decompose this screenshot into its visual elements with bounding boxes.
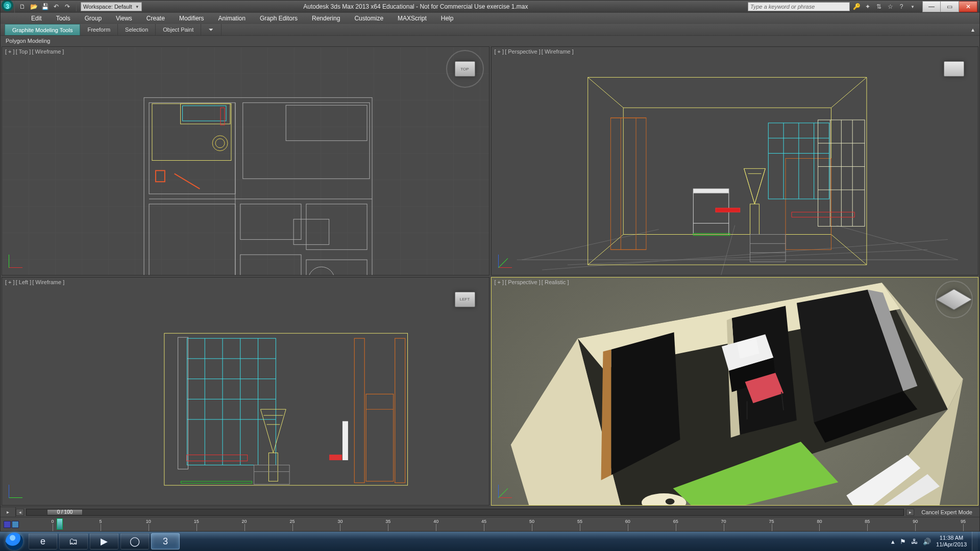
- vp-shading-label[interactable]: [ Realistic ]: [542, 279, 569, 285]
- ribbon-tab-freeform[interactable]: Freeform: [80, 24, 118, 35]
- menu-rendering[interactable]: Rendering: [305, 13, 347, 24]
- vp-view-label[interactable]: [ Perspective ]: [505, 48, 541, 55]
- svg-rect-0: [144, 97, 372, 275]
- workspace-dropdown[interactable]: Workspace: Default ▼: [81, 2, 142, 11]
- time-slider-track[interactable]: 0 / 100: [26, 509, 904, 516]
- key-filter-icon[interactable]: [12, 521, 19, 528]
- svg-rect-13: [293, 219, 329, 245]
- vp-view-label[interactable]: [ Left ]: [16, 279, 32, 285]
- vp-menu-toggle[interactable]: [ + ]: [495, 279, 504, 285]
- show-desktop-button[interactable]: [972, 532, 978, 551]
- tray-volume-icon[interactable]: 🔊: [923, 538, 931, 545]
- save-file-icon[interactable]: 💾: [40, 2, 50, 11]
- help-search-input[interactable]: Type a keyword or phrase: [748, 2, 850, 11]
- menu-tools[interactable]: Tools: [49, 13, 78, 24]
- scroll-left-icon[interactable]: ◂: [16, 509, 24, 516]
- viewcube[interactable]: LEFT: [449, 284, 481, 315]
- vp-view-label[interactable]: [ Top ]: [16, 48, 31, 55]
- tray-network-icon[interactable]: 🖧: [911, 538, 918, 545]
- svg-rect-3: [286, 105, 367, 141]
- vp-shading-label[interactable]: [ Wireframe ]: [542, 48, 574, 55]
- help-dropdown-icon[interactable]: ▼: [908, 2, 917, 11]
- ribbon-tab-dropdown[interactable]: ⏷: [201, 24, 222, 35]
- viewcube[interactable]: [938, 53, 970, 85]
- menu-create[interactable]: Create: [139, 13, 172, 24]
- tick: [292, 524, 293, 531]
- subscription-icon[interactable]: 🔑: [852, 2, 861, 11]
- menu-maxscript[interactable]: MAXScript: [390, 13, 434, 24]
- tick-label: 60: [625, 519, 630, 524]
- scroll-right-icon[interactable]: ▸: [906, 509, 914, 516]
- svg-rect-4: [149, 204, 235, 276]
- ribbon-tab-selection[interactable]: Selection: [118, 24, 156, 35]
- menu-help[interactable]: Help: [434, 13, 461, 24]
- menu-animation[interactable]: Animation: [211, 13, 253, 24]
- maximize-button[interactable]: ▭: [941, 1, 959, 12]
- realistic-scene: [492, 278, 978, 506]
- vp-menu-toggle[interactable]: [ + ]: [5, 48, 15, 55]
- viewcube[interactable]: TOP: [449, 53, 481, 85]
- start-button[interactable]: [2, 532, 27, 551]
- viewport-perspective-wire[interactable]: [ + ] [ Perspective ] [ Wireframe ]: [491, 46, 979, 276]
- tick: [388, 524, 388, 531]
- exchange-icon[interactable]: ✦: [863, 2, 872, 11]
- vp-shading-label[interactable]: [ Wireframe ]: [32, 48, 64, 55]
- ribbon-panel-label[interactable]: Polygon Modeling: [6, 38, 50, 44]
- svg-rect-56: [187, 338, 276, 465]
- app-menu-button[interactable]: 3: [1, 1, 15, 13]
- open-file-icon[interactable]: 📂: [29, 2, 38, 11]
- viewcube[interactable]: [938, 284, 970, 315]
- viewport-perspective-realistic[interactable]: [ + ] [ Perspective ] [ Realistic ]: [491, 277, 979, 506]
- timeline-ruler[interactable]: 0510152025303540455055606570758085909510…: [22, 517, 979, 531]
- cancel-expert-mode[interactable]: Cancel Expert Mode: [914, 509, 979, 515]
- ribbon-tab-graphite[interactable]: Graphite Modeling Tools: [5, 24, 80, 36]
- tray-flag-icon[interactable]: ⚑: [900, 538, 906, 545]
- task-media-player[interactable]: ▶: [90, 533, 118, 549]
- trackbar-expand-icon[interactable]: ▸: [1, 507, 16, 517]
- task-ie[interactable]: e: [29, 533, 57, 549]
- undo-icon[interactable]: ↶: [52, 2, 61, 11]
- task-chrome[interactable]: ◯: [120, 533, 149, 549]
- help-icon[interactable]: ?: [897, 2, 906, 11]
- menu-graph-editors[interactable]: Graph Editors: [253, 13, 305, 24]
- svg-rect-8: [306, 260, 367, 275]
- vp-menu-toggle[interactable]: [ + ]: [5, 279, 15, 285]
- task-3dsmax[interactable]: 3: [151, 533, 180, 549]
- tick: [197, 524, 197, 531]
- redo-icon[interactable]: ↷: [63, 2, 72, 11]
- svg-rect-46: [693, 189, 729, 193]
- axis-gizmo: [499, 249, 517, 268]
- minimize-button[interactable]: —: [922, 1, 941, 12]
- svg-rect-16: [183, 106, 226, 121]
- menu-customize[interactable]: Customize: [347, 13, 390, 24]
- task-explorer[interactable]: 🗂: [59, 533, 88, 549]
- persp-wire-scene: [492, 47, 978, 276]
- taskbar: e 🗂 ▶ ◯ 3 ▴ ⚑ 🖧 🔊 11:38 AM 11/Apr/2013: [0, 532, 980, 551]
- svg-rect-78: [181, 481, 252, 483]
- key-mode-icon[interactable]: [4, 521, 11, 528]
- tray-overflow-icon[interactable]: ▴: [891, 538, 895, 545]
- menu-group[interactable]: Group: [78, 13, 109, 24]
- viewport-top[interactable]: [ + ] [ Top ] [ Wireframe ] TOP: [2, 46, 489, 276]
- communication-icon[interactable]: ⇅: [874, 2, 884, 11]
- tick-label: 35: [385, 519, 390, 524]
- close-button[interactable]: ✕: [959, 1, 977, 12]
- menu-views[interactable]: Views: [109, 13, 139, 24]
- vp-shading-label[interactable]: [ Wireframe ]: [32, 279, 64, 285]
- time-slider-thumb[interactable]: 0 / 100: [47, 509, 83, 515]
- tick-label: 80: [817, 519, 822, 524]
- ribbon-pin-icon[interactable]: ▴: [971, 26, 974, 33]
- timeline-config[interactable]: [1, 517, 22, 531]
- menu-modifiers[interactable]: Modifiers: [172, 13, 211, 24]
- tick: [484, 524, 484, 531]
- new-file-icon[interactable]: 🗋: [18, 2, 27, 11]
- tray-clock[interactable]: 11:38 AM 11/Apr/2013: [936, 535, 967, 548]
- viewport-left[interactable]: [ + ] [ Left ] [ Wireframe ] LEFT: [2, 277, 489, 506]
- svg-rect-65: [178, 337, 188, 469]
- menu-edit[interactable]: Edit: [24, 13, 49, 24]
- ribbon-tab-object-paint[interactable]: Object Paint: [156, 24, 201, 35]
- vp-view-label[interactable]: [ Perspective ]: [505, 279, 541, 285]
- favorite-icon[interactable]: ☆: [886, 2, 895, 11]
- ribbon-tab-strip: Graphite Modeling Tools Freeform Selecti…: [1, 24, 979, 35]
- vp-menu-toggle[interactable]: [ + ]: [495, 48, 504, 55]
